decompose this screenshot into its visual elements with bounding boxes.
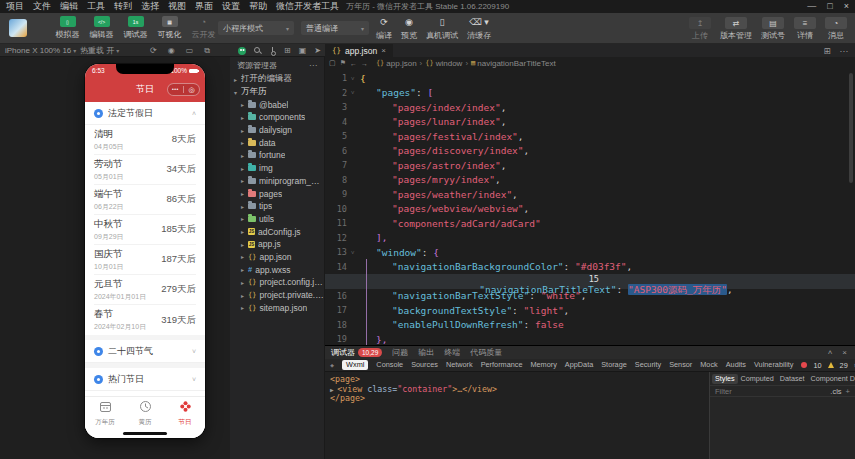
device-frame-icon[interactable]: ▭: [186, 44, 194, 57]
more-icon[interactable]: ⋯: [840, 46, 849, 56]
action-预览[interactable]: ◉预览: [401, 17, 417, 41]
tree-item-app.js[interactable]: ▸JSapp.js: [230, 238, 324, 251]
phone-tab-万年历[interactable]: 万年历: [85, 397, 125, 429]
close-miniprogram-icon[interactable]: ◎: [184, 83, 199, 96]
debugger-tab-输出[interactable]: 输出: [418, 347, 434, 358]
phone-tab-黄历[interactable]: 黄历: [125, 397, 165, 429]
toolbar-button-调试器[interactable]: 1s调试器: [120, 16, 151, 40]
tree-item-img[interactable]: ▸img: [230, 162, 324, 175]
devtools-tab-Sensor[interactable]: Sensor: [669, 360, 692, 370]
action-真机调试[interactable]: ▯真机调试: [426, 17, 458, 41]
back-icon[interactable]: ←: [350, 60, 357, 67]
holiday-item-春节[interactable]: 春节2024年02月10日319天后: [94, 305, 196, 335]
compile-mode-dropdown[interactable]: 普通编译 ▾: [301, 21, 369, 35]
action-测试号[interactable]: ▤测试号: [761, 17, 785, 41]
devtools-tab-Performance[interactable]: Performance: [481, 360, 523, 370]
wechat-icon[interactable]: [238, 47, 246, 55]
block-icon[interactable]: ▢: [329, 59, 336, 67]
menu-item-视图[interactable]: 视图: [168, 0, 186, 13]
phone-tab-节日[interactable]: 节日: [165, 397, 205, 429]
pointer-icon[interactable]: ➤: [314, 44, 321, 57]
action-详情[interactable]: ≡详情: [794, 17, 816, 41]
close-icon[interactable]: ×: [844, 0, 849, 13]
menu-item-项目[interactable]: 项目: [6, 0, 24, 13]
cls-toggle[interactable]: .cls: [830, 387, 841, 396]
warning-icon[interactable]: [828, 362, 834, 368]
tree-item-data[interactable]: ▸data: [230, 136, 324, 149]
tree-item-tips[interactable]: ▸tips: [230, 200, 324, 213]
toolbar-button-编辑器[interactable]: </>编辑器: [86, 16, 117, 40]
debugger-tab-问题[interactable]: 问题: [392, 347, 408, 358]
menu-item-选择[interactable]: 选择: [141, 0, 159, 13]
filter-input[interactable]: Filter: [715, 387, 732, 396]
tree-item-utils[interactable]: ▸utils: [230, 213, 324, 226]
devtools-tab-Memory[interactable]: Memory: [530, 360, 556, 370]
breadcrumb-item-navigationBarTitleText[interactable]: ▤navigationBarTitleText: [471, 59, 556, 68]
inspect-element-icon[interactable]: ⌖: [330, 361, 334, 370]
holiday-item-劳动节[interactable]: 劳动节05月01日34天后: [94, 155, 196, 185]
warning-count[interactable]: 29: [840, 361, 848, 370]
close-panel-icon[interactable]: ×: [842, 348, 847, 357]
menu-item-设置[interactable]: 设置: [222, 0, 240, 13]
toolbar-button-云开发[interactable]: ◔云开发: [188, 16, 219, 40]
error-count[interactable]: 10: [813, 361, 821, 370]
tree-item-miniprogram_npm[interactable]: ▸miniprogram_npm: [230, 175, 324, 188]
code-area[interactable]: 1˅{2˅"pages": [3"pages/index/index",4"pa…: [325, 69, 855, 345]
error-icon[interactable]: [801, 362, 807, 368]
add-style-icon[interactable]: +: [846, 387, 850, 396]
minimize-icon[interactable]: —: [807, 0, 816, 13]
more-icon[interactable]: ⋯: [309, 61, 317, 70]
styles-tab-Dataset[interactable]: Dataset: [777, 374, 808, 383]
tree-item-adConfig.js[interactable]: ▸JSadConfig.js: [230, 225, 324, 238]
branch-icon[interactable]: [269, 46, 276, 55]
devtools-tab-Wxml[interactable]: Wxml: [342, 360, 368, 370]
tree-item-dailysign[interactable]: ▸dailysign: [230, 124, 324, 137]
styles-tab-Styles[interactable]: Styles: [712, 374, 738, 384]
menu-item-界面[interactable]: 界面: [195, 0, 213, 13]
devtools-tab-Audits[interactable]: Audits: [726, 360, 746, 370]
styles-tab-Computed[interactable]: Computed: [738, 374, 777, 383]
refresh-icon[interactable]: ⟳: [150, 44, 157, 57]
tab-app-json[interactable]: {} app.json ×: [325, 44, 393, 57]
menu-item-转到[interactable]: 转到: [114, 0, 132, 13]
tree-item-打开的编辑器[interactable]: ▸打开的编辑器: [230, 73, 324, 86]
multi-window-icon[interactable]: ⧉: [204, 44, 210, 57]
action-消息[interactable]: ◔消息: [825, 17, 847, 41]
fold-icon[interactable]: ˅: [351, 75, 360, 82]
tree-item-pages[interactable]: ▸pages: [230, 187, 324, 200]
menu-item-微信开发者工具[interactable]: 微信开发者工具: [276, 0, 339, 13]
breadcrumb-item-app.json[interactable]: {}app.json: [376, 59, 417, 68]
tree-item-万年历[interactable]: ▾万年历: [230, 86, 324, 99]
holiday-item-中秋节[interactable]: 中秋节09月29日185天后: [94, 215, 196, 245]
mode-dropdown[interactable]: 小程序模式 ▾: [218, 21, 294, 35]
search-icon[interactable]: [254, 47, 261, 54]
devtools-tab-Network[interactable]: Network: [446, 360, 473, 370]
tree-item-fortune[interactable]: ▸fortune: [230, 149, 324, 162]
menu-item-编辑[interactable]: 编辑: [60, 0, 78, 13]
holiday-item-端午节[interactable]: 端午节06月22日86天后: [94, 185, 196, 215]
split-editor-icon[interactable]: ⊞: [823, 46, 830, 56]
save-icon[interactable]: ▣: [299, 44, 307, 57]
debugger-tab-调试器[interactable]: 调试器10,29: [331, 347, 382, 358]
grid-icon[interactable]: ⊞: [284, 44, 291, 57]
action-编译[interactable]: ⟳编译: [376, 17, 392, 41]
bookmark-icon[interactable]: ⚑: [340, 59, 346, 67]
toolbar-button-可视化[interactable]: ▦可视化: [154, 16, 185, 40]
tree-item-project.config.json[interactable]: ▸{}project.config.json: [230, 276, 324, 289]
section-solar-terms[interactable]: 二十四节气 ˅: [85, 340, 205, 363]
section-hot-festivals[interactable]: 热门节日 ˅: [85, 368, 205, 391]
menu-item-工具[interactable]: 工具: [87, 0, 105, 13]
devtools-tab-Console[interactable]: Console: [376, 360, 403, 370]
action-清缓存[interactable]: ⌫ ▾清缓存: [467, 17, 491, 41]
hot-reload-toggle[interactable]: 热重载 开▾: [80, 44, 119, 58]
devtools-tab-AppData[interactable]: AppData: [565, 360, 593, 370]
wxml-tree[interactable]: <page>▶ <view class="container">…</view>…: [325, 372, 709, 459]
device-selector[interactable]: iPhone X 100% 16▾: [5, 44, 76, 58]
breadcrumb-item-window[interactable]: {}window: [425, 59, 462, 68]
holiday-item-清明[interactable]: 清明04月05日8天后: [94, 125, 196, 155]
tree-item-app.wxss[interactable]: ▸#app.wxss: [230, 263, 324, 276]
debugger-tab-终端[interactable]: 终端: [444, 347, 460, 358]
project-avatar[interactable]: [9, 19, 27, 37]
tree-item-@babel[interactable]: ▸@babel: [230, 98, 324, 111]
more-menu-icon[interactable]: •••: [168, 83, 183, 96]
